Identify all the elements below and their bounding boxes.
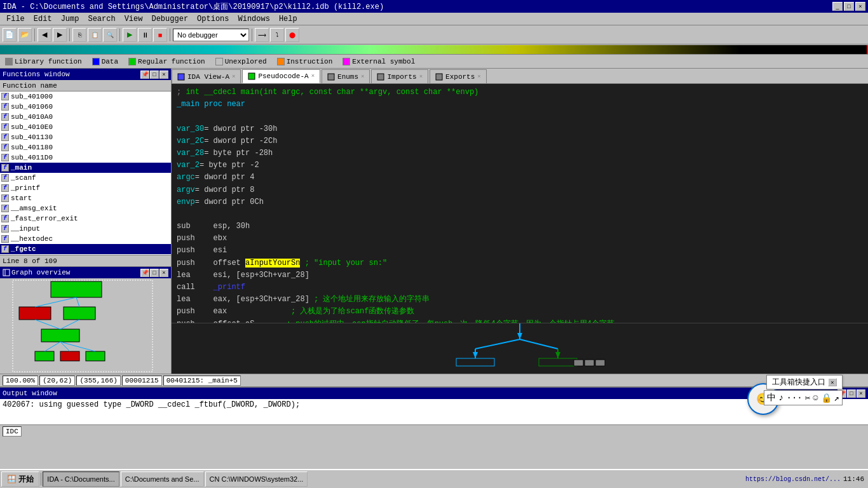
menu-debugger[interactable]: Debugger: [147, 14, 192, 24]
svg-rect-4: [64, 307, 95, 320]
func-sub_4011D0[interactable]: f sub_4011D0: [0, 152, 171, 163]
func-sub_401000[interactable]: f sub_401000: [0, 92, 171, 102]
func-sub_401180[interactable]: f sub_401180: [0, 142, 171, 152]
minimize-button[interactable]: _: [832, 2, 843, 11]
toolbar-step-into[interactable]: ⤵: [270, 28, 284, 42]
code-view[interactable]: ; int __cdecl main(int argc, const char …: [172, 84, 868, 323]
svg-rect-21: [436, 74, 442, 80]
graph-pin[interactable]: 📌: [140, 269, 149, 277]
taskbar-system-label: CN C:\WINDOWS\system32...: [210, 475, 304, 483]
icon-dots[interactable]: ···: [787, 393, 803, 403]
func-name: sub_4010A0: [11, 113, 53, 121]
menu-help[interactable]: Help: [275, 14, 301, 24]
func-fast_error_exit[interactable]: f _fast_error_exit: [0, 214, 171, 224]
tab-exports[interactable]: Exports ×: [430, 69, 487, 83]
icon-zhong[interactable]: 中: [767, 392, 776, 403]
toolbar-sep-3: [119, 29, 120, 41]
toolbar-run[interactable]: ▶: [123, 28, 137, 42]
toolbar-paste[interactable]: 📋: [88, 28, 102, 42]
taskbar-system[interactable]: CN C:\WINDOWS\system32...: [205, 471, 308, 487]
maximize-button[interactable]: □: [844, 2, 854, 11]
functions-close[interactable]: ×: [159, 71, 168, 79]
taskbar-ida[interactable]: IDA - C:\Documents...: [43, 471, 119, 487]
svg-line-9: [35, 297, 76, 307]
icon-smile[interactable]: ☺: [813, 393, 818, 403]
func-name: sub_401000: [11, 93, 53, 100]
toolbar-open[interactable]: 📂: [18, 28, 32, 42]
func-printf[interactable]: f _printf: [0, 183, 171, 193]
func-icon: f: [1, 144, 9, 151]
code-line-1: ; int __cdecl main(int argc, const char …: [177, 86, 863, 98]
func-input[interactable]: f __input: [0, 224, 171, 234]
func-sub_401060[interactable]: f sub_401060: [0, 102, 171, 112]
func-name: __input: [11, 225, 40, 233]
functions-list[interactable]: f sub_401000 f sub_401060 f sub_4010A0 f…: [0, 92, 171, 255]
graph-view: [172, 323, 868, 374]
svg-rect-19: [328, 74, 334, 80]
code-line-sub: sub esp, 30h: [177, 220, 863, 233]
legend-unexplored: Unexplored: [215, 58, 267, 65]
debugger-select[interactable]: No debugger: [173, 29, 249, 41]
svg-marker-28: [473, 352, 478, 358]
functions-restore[interactable]: □: [150, 71, 159, 79]
func-start[interactable]: f start: [0, 193, 171, 203]
menu-view[interactable]: View: [121, 14, 147, 24]
func-amsg_exit[interactable]: f __amsg_exit: [0, 203, 171, 214]
toolbar-find[interactable]: 🔍: [103, 28, 117, 42]
close-button[interactable]: ×: [855, 2, 865, 11]
menu-edit[interactable]: Edit: [30, 14, 56, 24]
func-icon: f: [1, 103, 9, 111]
func-sub_401130[interactable]: f sub_401130: [0, 132, 171, 142]
func-sub_4010E0[interactable]: f sub_4010E0: [0, 122, 171, 132]
func-hextodec[interactable]: f __hextodec: [0, 234, 171, 244]
icon-music[interactable]: ♪: [778, 393, 783, 403]
legend-external-box: [342, 58, 350, 65]
legend-data-label: Data: [102, 58, 118, 65]
toolbar-step-over[interactable]: ⟶: [255, 28, 269, 42]
tab-ida-view[interactable]: IDA View-A ×: [172, 69, 241, 83]
toolbar-stop[interactable]: ■: [153, 28, 167, 42]
output-close[interactable]: ×: [857, 390, 865, 398]
func-scanf[interactable]: f _scanf: [0, 173, 171, 183]
menu-jump[interactable]: Jump: [57, 14, 83, 24]
func-sub_4010A0[interactable]: f sub_4010A0: [0, 112, 171, 122]
functions-pin[interactable]: 📌: [140, 71, 149, 79]
nav-gradient[interactable]: [0, 45, 740, 54]
toolbar-pause[interactable]: ⏸: [138, 28, 152, 42]
output-content[interactable]: 402067: using guessed type _DWORD __cdec…: [0, 399, 868, 424]
svg-rect-34: [595, 360, 605, 366]
toolbar-back[interactable]: ◀: [37, 28, 51, 42]
icon-scissors[interactable]: ✂: [805, 393, 810, 403]
toolbar-copy[interactable]: ⎘: [72, 28, 86, 42]
start-button[interactable]: 🪟 开始: [1, 471, 39, 487]
svg-line-24: [520, 339, 558, 349]
menu-file[interactable]: File: [3, 14, 29, 24]
tab-enums-close[interactable]: ×: [361, 74, 364, 80]
menu-options[interactable]: Options: [193, 14, 233, 24]
input-toolbar-close[interactable]: ×: [828, 378, 837, 386]
functions-counter-text: Line 8 of 109: [3, 257, 57, 265]
tab-pseudocode[interactable]: Pseudocode-A ×: [242, 69, 320, 83]
icon-arrow[interactable]: ↗: [834, 393, 839, 403]
func-fgetc[interactable]: f _fgetc: [0, 244, 171, 254]
graph-restore[interactable]: □: [150, 269, 159, 277]
legend-regular: Regular function: [128, 58, 205, 65]
toolbar-forward[interactable]: ▶: [53, 28, 67, 42]
tab-imports[interactable]: Imports ×: [371, 69, 428, 83]
graph-close[interactable]: ×: [159, 269, 168, 277]
toolbar-breakpoint[interactable]: ⬤: [285, 28, 299, 42]
tab-pseudocode-close[interactable]: ×: [311, 73, 315, 79]
svg-rect-31: [539, 358, 577, 366]
tray-url: https://blog.csdn.net/...: [745, 476, 841, 483]
tab-exports-close[interactable]: ×: [477, 74, 480, 80]
func-main[interactable]: f _main: [0, 163, 171, 173]
toolbar-new[interactable]: 📄: [3, 28, 17, 42]
icon-lock[interactable]: 🔒: [821, 393, 832, 403]
output-restore[interactable]: □: [847, 390, 856, 398]
tab-imports-close[interactable]: ×: [419, 74, 423, 80]
menu-windows[interactable]: Windows: [234, 14, 274, 24]
menu-search[interactable]: Search: [84, 14, 119, 24]
taskbar-docs[interactable]: C:\Documents and Se...: [121, 471, 204, 487]
tab-enums[interactable]: Enums ×: [322, 69, 370, 83]
tab-ida-view-close[interactable]: ×: [232, 74, 235, 80]
